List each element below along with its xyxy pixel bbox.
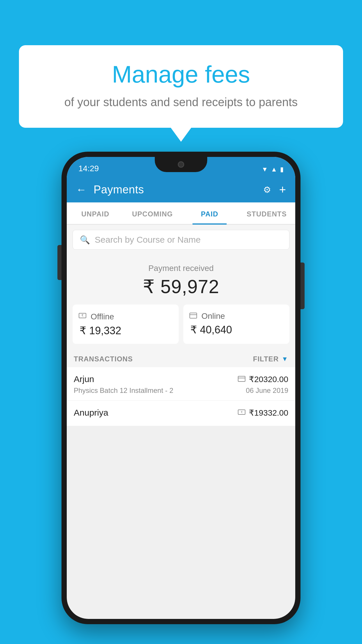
online-payment-card: Online ₹ 40,640 (183, 304, 289, 344)
payment-received-section: Payment received ₹ 59,972 (67, 255, 295, 304)
transaction-name: Anupriya (74, 408, 108, 418)
status-time: 14:29 (78, 164, 99, 173)
status-icons: ▼ ▲ ▮ (261, 166, 284, 173)
transaction-amount: ₹19332.00 (249, 408, 288, 418)
online-amount: ₹ 40,640 (189, 324, 284, 336)
transaction-list: Arjun ₹20320.00 Physics (67, 367, 295, 426)
nav-title: Payments (94, 183, 256, 196)
transactions-label: TRANSACTIONS (74, 355, 133, 363)
back-button[interactable]: ← (76, 183, 87, 196)
tab-upcoming[interactable]: UPCOMING (124, 202, 181, 224)
transaction-amount-wrap: ₹20320.00 (238, 374, 288, 384)
online-card-header: Online (189, 312, 284, 321)
transaction-amount-wrap: ₹ ₹19332.00 (238, 408, 288, 418)
svg-text:₹: ₹ (81, 314, 84, 318)
offline-icon: ₹ (78, 312, 87, 322)
transaction-top: Arjun ₹20320.00 (74, 374, 288, 384)
svg-text:₹: ₹ (241, 411, 242, 414)
filter-label: FILTER (253, 355, 279, 363)
wifi-icon: ▼ (261, 166, 268, 173)
transaction-course: Physics Batch 12 Installment - 2 (74, 386, 173, 395)
transaction-top: Anupriya ₹ ₹19332.00 (74, 408, 288, 418)
search-input[interactable]: Search by Course or Name (95, 235, 201, 245)
online-icon (189, 312, 197, 321)
payment-received-label: Payment received (73, 264, 289, 273)
speech-bubble-container: Manage fees of your students and send re… (19, 45, 343, 128)
filter-icon: ▼ (282, 355, 288, 363)
transaction-amount: ₹20320.00 (249, 374, 288, 384)
online-transaction-icon (238, 375, 245, 384)
online-label: Online (201, 312, 225, 321)
transaction-bottom: Physics Batch 12 Installment - 2 06 June… (74, 386, 288, 395)
svg-rect-4 (238, 376, 245, 382)
notch-camera (178, 161, 184, 168)
offline-payment-card: ₹ Offline ₹ 19,332 (73, 304, 179, 344)
phone-notch (155, 157, 207, 172)
payment-received-amount: ₹ 59,972 (73, 276, 289, 298)
tab-unpaid[interactable]: UNPAID (67, 202, 124, 224)
top-nav: ← Payments ⚙ + (67, 177, 295, 202)
tabs-bar: UNPAID UPCOMING PAID STUDENTS (67, 202, 295, 225)
speech-bubble: Manage fees of your students and send re… (19, 45, 343, 128)
table-row[interactable]: Anupriya ₹ ₹19332.00 (67, 401, 295, 426)
phone-mockup: 14:29 ▼ ▲ ▮ ← Payments ⚙ + UNPAID UPCO (61, 152, 301, 624)
bubble-title: Manage fees (36, 61, 326, 88)
settings-icon[interactable]: ⚙ (263, 185, 271, 195)
table-row[interactable]: Arjun ₹20320.00 Physics (67, 367, 295, 401)
transactions-header: TRANSACTIONS FILTER ▼ (67, 350, 295, 367)
transaction-date: 06 June 2019 (246, 386, 288, 395)
offline-card-header: ₹ Offline (78, 312, 173, 322)
battery-icon: ▮ (280, 166, 284, 173)
search-icon: 🔍 (80, 235, 90, 245)
signal-icon: ▲ (271, 166, 277, 173)
transaction-name: Arjun (74, 374, 94, 384)
offline-transaction-icon: ₹ (238, 408, 245, 417)
phone-screen: 14:29 ▼ ▲ ▮ ← Payments ⚙ + UNPAID UPCO (67, 157, 295, 619)
filter-button[interactable]: FILTER ▼ (253, 355, 288, 363)
svg-rect-2 (190, 313, 197, 318)
tab-paid[interactable]: PAID (181, 202, 238, 224)
search-container: 🔍 Search by Course or Name (67, 225, 295, 255)
tab-students[interactable]: STUDENTS (238, 202, 295, 224)
add-icon[interactable]: + (279, 183, 286, 196)
offline-amount: ₹ 19,332 (78, 325, 173, 337)
offline-label: Offline (91, 312, 114, 321)
phone-outer: 14:29 ▼ ▲ ▮ ← Payments ⚙ + UNPAID UPCO (61, 152, 301, 624)
nav-icons: ⚙ + (263, 183, 286, 196)
search-bar[interactable]: 🔍 Search by Course or Name (73, 230, 289, 250)
bubble-subtitle: of your students and send receipts to pa… (36, 94, 326, 110)
payment-cards-row: ₹ Offline ₹ 19,332 (67, 304, 295, 350)
